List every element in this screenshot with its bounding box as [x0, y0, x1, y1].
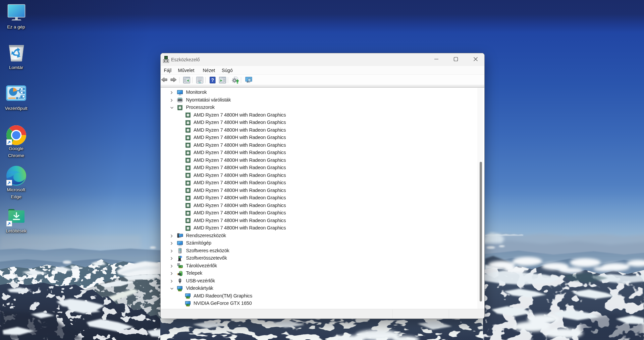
svg-text:?: ?	[211, 77, 214, 83]
